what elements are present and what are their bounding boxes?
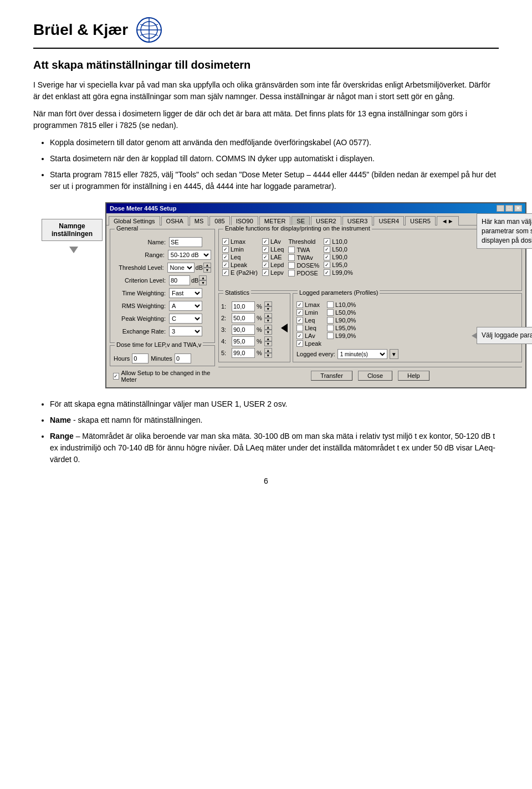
allow-cb[interactable]: [113, 373, 119, 380]
criterion-unit: dB: [191, 277, 198, 284]
page-header: Brüel & Kjær: [33, 17, 499, 49]
enable-col1: Lmax Lmin Leq Lpeak E (Pa2Hr): [222, 238, 258, 276]
tab-user4[interactable]: USER4: [374, 216, 404, 226]
maximize-btn[interactable]: □: [505, 205, 513, 212]
log-l95: L95,0%: [327, 325, 356, 331]
exchange-select[interactable]: 3: [169, 326, 202, 336]
minutes-label: Minutes: [151, 355, 172, 362]
logged-every-label: Logged every:: [296, 351, 335, 357]
callout-namnge: Namnge inställningen: [42, 219, 103, 241]
criterion-up[interactable]: ▲: [199, 275, 207, 280]
log-lpeak: Lpeak: [296, 340, 321, 347]
tab-user2[interactable]: USER2: [311, 216, 341, 226]
stat-1-spinner[interactable]: ▲▼: [264, 301, 272, 311]
cb-l90: L90,0: [324, 254, 352, 260]
logged-every-row: Logged every: 1 minute(s) ▼: [296, 349, 518, 359]
stat-3-spinner[interactable]: ▲▼: [264, 325, 272, 335]
general-panel-title: General: [115, 225, 140, 232]
titlebar-buttons[interactable]: _ □ ✕: [497, 205, 522, 212]
log-l50: L50,0%: [327, 309, 356, 316]
cb-l50: L50,0: [324, 246, 352, 253]
threshold-select[interactable]: None: [167, 263, 195, 273]
allow-label: Allow Setup to be changed in the Meter: [121, 370, 212, 383]
cb-leq: Leq: [222, 254, 258, 260]
bullet-2: Starta dosimetern när den är kopplad til…: [50, 153, 499, 165]
minimize-btn[interactable]: _: [497, 205, 504, 212]
statistics-panel: Statistics 1: % ▲▼ 2: % ▲▼: [218, 293, 290, 362]
close-btn-dialog[interactable]: Close: [358, 371, 392, 381]
timeweight-select[interactable]: Fast: [169, 288, 202, 298]
hours-input[interactable]: [132, 353, 149, 363]
range-row: Range: 50-120 dB: [114, 250, 211, 260]
after-bullets-list: För att skapa egna mätinställningar välj…: [50, 398, 499, 465]
tab-global[interactable]: Global Settings: [109, 216, 160, 226]
peakweight-select[interactable]: C: [169, 314, 202, 324]
threshold-down[interactable]: ▼: [203, 268, 211, 273]
peakweight-row: Peak Weighting: C: [114, 314, 211, 324]
tab-085[interactable]: 085: [209, 216, 229, 226]
close-btn[interactable]: ✕: [514, 205, 522, 212]
threshold-row: Threshold Level: None dB ▲ ▼: [114, 263, 211, 273]
threshold-up[interactable]: ▲: [203, 263, 211, 268]
logged-every-select[interactable]: 1 minute(s): [337, 349, 387, 359]
tab-meter[interactable]: METER: [259, 216, 291, 226]
range-label: Range:: [114, 252, 168, 258]
cb-lmin: Lmin: [222, 246, 258, 253]
name-bold-label: Name: [50, 416, 71, 424]
stat-2-spinner[interactable]: ▲▼: [264, 313, 272, 323]
callout-logged: Välj loggade parametrar: [477, 327, 532, 344]
tab-osha[interactable]: OSHA: [161, 216, 188, 226]
dialog-body: General Name: Range: 50-120 dB Threshold…: [106, 226, 525, 387]
enable-grid: Lmax Lmin Leq Lpeak E (Pa2Hr) LAv LLeq L…: [222, 238, 518, 276]
name-label: Name:: [114, 239, 169, 245]
threshold-header: Threshold: [288, 238, 319, 245]
exchange-row: Exchange Rate: 3: [114, 326, 211, 336]
tab-se[interactable]: SE: [291, 216, 310, 226]
cb-pdose: PDOSE: [288, 270, 319, 276]
threshold-spinner[interactable]: ▲ ▼: [203, 263, 211, 273]
minutes-input[interactable]: [175, 353, 191, 363]
tab-user3[interactable]: USER3: [342, 216, 373, 226]
stat-5-input[interactable]: [232, 348, 255, 358]
range-select[interactable]: 50-120 dB: [168, 250, 211, 260]
stat-1-input[interactable]: [232, 301, 255, 311]
cb-lae: LAE: [262, 254, 284, 260]
name-input[interactable]: [169, 237, 202, 247]
dose-meter-dialog: Dose Meter 4445 Setup _ □ ✕ Global Setti…: [105, 202, 526, 388]
stat-4-spinner[interactable]: ▲▼: [264, 336, 272, 346]
stat-4-input[interactable]: [232, 336, 255, 346]
peakweight-label: Peak Weighting:: [114, 315, 169, 322]
bullet-3: Starta program 7815 eller 7825, välj "To…: [50, 169, 499, 192]
general-panel: General Name: Range: 50-120 dB Threshold…: [110, 229, 215, 343]
stat-3-input[interactable]: [232, 325, 255, 335]
after-bullet-2: Name - skapa ett namn för mätinställning…: [50, 414, 499, 426]
tab-arrow[interactable]: ◄►: [437, 216, 459, 226]
dialog-titlebar: Dose Meter 4445 Setup _ □ ✕: [106, 203, 525, 213]
name-text: - skapa ett namn för mätinställningen.: [73, 416, 202, 424]
criterion-spinner[interactable]: ▲ ▼: [199, 275, 207, 285]
rmsweight-select[interactable]: A: [169, 301, 202, 311]
log-leq: Leq: [296, 317, 321, 324]
callout-namnge-arrow: [69, 247, 78, 253]
stat-2-input[interactable]: [232, 313, 255, 323]
help-btn[interactable]: Help: [398, 371, 429, 381]
range-text: – Mätområdet är olika beroende var man s…: [50, 432, 495, 464]
cb-lleq: LLeq: [262, 246, 284, 253]
log-lmin: Lmin: [296, 309, 321, 316]
stat-row-4: 4: % ▲▼: [221, 336, 288, 346]
cb-lmax: Lmax: [222, 238, 258, 245]
tab-ms[interactable]: MS: [190, 216, 209, 226]
tab-iso90[interactable]: ISO90: [231, 216, 258, 226]
brand-logo: [136, 17, 162, 43]
dialog-tabs[interactable]: Global Settings OSHA MS 085 ISO90 METER …: [106, 213, 525, 226]
criterion-down[interactable]: ▼: [199, 280, 207, 285]
dose-time-row: Hours Minutes: [114, 353, 211, 363]
logged-every-arrow[interactable]: ▼: [390, 349, 398, 359]
brand-name: Brüel & Kjær: [33, 21, 128, 39]
tab-user5[interactable]: USER5: [405, 216, 436, 226]
transfer-btn[interactable]: Transfer: [311, 371, 352, 381]
allow-checkbox-row: Allow Setup to be changed in the Meter: [110, 368, 215, 384]
criterion-input[interactable]: [169, 275, 190, 285]
stat-5-spinner[interactable]: ▲▼: [264, 348, 272, 358]
stats-panel-label: Statistics: [223, 289, 251, 296]
